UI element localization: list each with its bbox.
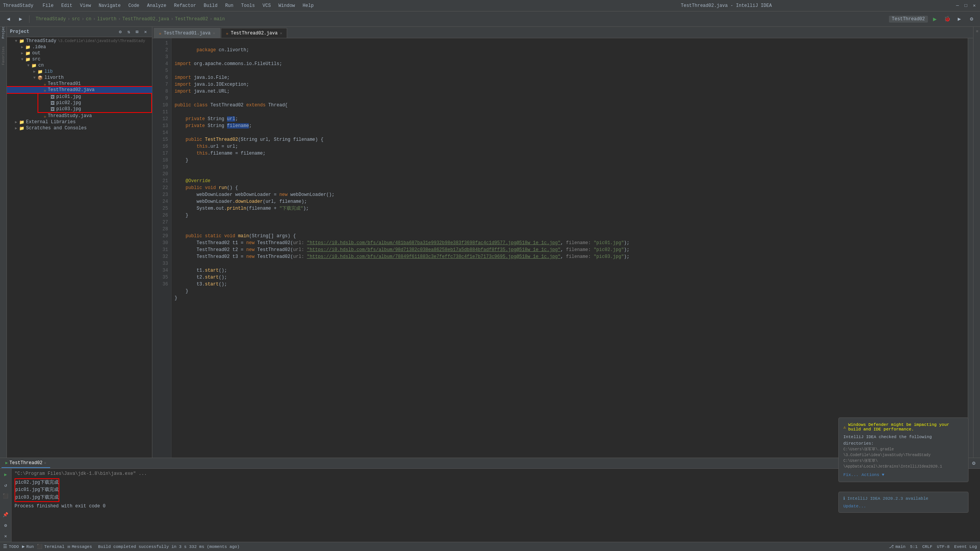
back-button[interactable]: ◀	[3, 14, 14, 24]
java-file-icon-2: ☕	[44, 88, 46, 93]
todo-item[interactable]: ☰ TODO	[3, 544, 19, 549]
tree-item-idea[interactable]: ▶ 📁 .idea	[7, 44, 152, 50]
menu-help[interactable]: Help	[301, 2, 315, 9]
tree-item-pic02[interactable]: ▶ 🖼 pic02.jpg	[38, 100, 151, 106]
tree-label-out: out	[32, 51, 41, 56]
console-run-btn[interactable]: ▶	[2, 470, 10, 479]
project-sort-btn[interactable]: ⇅	[125, 28, 132, 35]
tree-item-scratches[interactable]: ▶ 📁 Scratches and Consoles	[7, 125, 152, 131]
console-rerun-btn[interactable]: ↺	[2, 481, 10, 489]
scratches-icon: 📁	[19, 126, 24, 131]
tree-item-external-libs[interactable]: ▶ 📁 External Libraries	[7, 119, 152, 125]
fix-link[interactable]: Fix...	[843, 473, 859, 477]
update-title-text: IntelliJ IDEA 2020.2.3 available	[848, 496, 928, 501]
actions-link[interactable]: Actions ▼	[862, 473, 884, 477]
breadcrumb-cn[interactable]: cn	[86, 16, 91, 22]
notif-actions: Fix... Actions ▼	[843, 473, 964, 477]
tree-label-idea: .idea	[32, 44, 46, 50]
tree-item-cn[interactable]: ▼ 📁 cn	[7, 62, 152, 68]
tree-item-out[interactable]: ▶ 📁 out	[7, 50, 152, 56]
tree-item-pic01[interactable]: ▶ 🖼 pic01.jpg	[38, 94, 151, 100]
update-link[interactable]: Update...	[843, 504, 866, 509]
breadcrumb-method[interactable]: main	[214, 16, 225, 22]
toolbar-settings[interactable]: ⚙	[966, 14, 977, 24]
tree-item-testthread02[interactable]: ▶ ☕ TestThread02.java	[7, 87, 152, 93]
tab-testthread01[interactable]: ☕ TestThread01.java ✕	[154, 28, 220, 38]
breadcrumb-livorth[interactable]: livorth	[97, 16, 116, 22]
coverage-button[interactable]: ▶	[954, 14, 965, 24]
cursor-position: 5:1	[910, 544, 918, 549]
close-button[interactable]: ✕	[972, 3, 977, 8]
console-line-3: pic01.jpg下载完成	[15, 486, 59, 494]
tab-java-icon-2: ☕	[226, 31, 229, 36]
console-line-1: "C:\Program Files\Java\jdk-1.8\bin\java.…	[15, 470, 977, 478]
console-settings-icon[interactable]: ⚙	[2, 521, 10, 530]
console-close-icon[interactable]: ✕	[2, 532, 10, 540]
tree-item-lib[interactable]: ▶ 📁 lib	[7, 68, 152, 75]
menu-edit[interactable]: Edit	[60, 2, 74, 9]
tree-item-threadstady[interactable]: ▼ 📁 ThreadStady \3.CodeFile\idea\javaStu…	[7, 38, 152, 44]
project-settings-btn[interactable]: ⚙	[117, 28, 124, 35]
breadcrumb-class[interactable]: TestThread02	[175, 16, 208, 22]
terminal-icon: ⬛	[37, 544, 42, 549]
build-status: Build completed successfully in 3 s 332 …	[98, 544, 240, 549]
menu-code[interactable]: Code	[127, 2, 141, 9]
git-branch[interactable]: ⎇ main	[889, 544, 905, 549]
tab-close-2[interactable]: ✕	[280, 31, 282, 36]
project-close-btn[interactable]: ✕	[142, 28, 149, 35]
right-panel-icon[interactable]: ⊞	[974, 28, 980, 34]
console-settings-btn[interactable]: ⚙	[969, 460, 978, 466]
editor-scrollbar[interactable]	[968, 38, 973, 458]
tree-label-pic03: pic03.jpg	[56, 106, 81, 112]
breadcrumb-app[interactable]: ThreadStady	[36, 16, 66, 22]
messages-item[interactable]: ✉ Messages	[67, 544, 92, 549]
tree-item-livorth[interactable]: ▼ 📦 livorth	[7, 75, 152, 81]
menu-view[interactable]: View	[78, 2, 93, 9]
project-icon[interactable]: Project	[0, 28, 7, 34]
menu-file[interactable]: File	[41, 2, 55, 9]
notif-title: ⚠ Windows Defender might be impacting yo…	[843, 422, 964, 432]
run-tab-close[interactable]: ✕	[44, 461, 46, 465]
code-content[interactable]: package cn.livorth; import org.apache.co…	[172, 38, 968, 458]
notif-body: IntelliJ IDEA checked the following dire…	[843, 434, 964, 469]
breadcrumb-src[interactable]: src	[72, 16, 80, 22]
menu-analyze[interactable]: Analyze	[145, 2, 168, 9]
run-item[interactable]: ▶ Run	[22, 544, 34, 549]
terminal-item[interactable]: ⬛ Terminal	[37, 544, 64, 549]
git-branch-label: main	[895, 544, 905, 549]
tree-path: \3.CodeFile\idea\javaStudy\ThreadStady	[58, 39, 145, 43]
favorites-icon[interactable]: Favorites	[0, 53, 7, 59]
menu-tools[interactable]: Tools	[240, 2, 256, 9]
run-config-name[interactable]: TestThread02	[889, 16, 928, 23]
menu-build[interactable]: Build	[202, 2, 219, 9]
forward-button[interactable]: ▶	[15, 14, 26, 24]
menu-run[interactable]: Run	[224, 2, 235, 9]
tab-close-1[interactable]: ✕	[213, 31, 215, 36]
todo-label: TODO	[9, 544, 19, 549]
notif-path-4: \AppData\Local\JetBrains\IntelliJIdea202…	[843, 464, 964, 469]
run-button[interactable]: ▶	[929, 14, 940, 24]
console-stop-btn[interactable]: ⬛	[2, 492, 10, 500]
run-tab[interactable]: ▶ TestThread02 ✕	[2, 459, 50, 468]
menu-window[interactable]: Window	[277, 2, 296, 9]
menu-navigate[interactable]: Navigate	[97, 2, 122, 9]
tree-item-pic03[interactable]: ▶ 🖼 pic03.jpg	[38, 106, 151, 112]
build-msg: Build completed successfully in 3 s 332 …	[98, 544, 240, 549]
debug-button[interactable]: 🐞	[942, 14, 952, 24]
git-icon: ⎇	[889, 544, 894, 549]
project-expand-btn[interactable]: ⊞	[134, 28, 140, 35]
tab-testthread02[interactable]: ☕ TestThread02.java ✕	[221, 28, 287, 38]
messages-label: Messages	[72, 544, 92, 549]
event-log[interactable]: Event Log	[954, 544, 977, 549]
tree-item-testthread01[interactable]: ▶ ☕ TestThread01	[7, 81, 152, 87]
run-tab-icon: ▶	[5, 460, 8, 465]
menu-refactor[interactable]: Refactor	[173, 2, 198, 9]
maximize-button[interactable]: □	[963, 3, 969, 8]
console-pin-btn[interactable]: 📌	[2, 510, 10, 519]
console-content: ▶ ↺ ⬛ 📌 ⚙ ✕ "C:\Program Files\Java\jdk-1…	[0, 469, 980, 542]
menu-vcs[interactable]: VCS	[261, 2, 273, 9]
breadcrumb-file[interactable]: TestThread02.java	[122, 16, 169, 22]
minimize-button[interactable]: —	[955, 3, 960, 8]
tree-item-threadstudy[interactable]: ▶ ☕ ThreadStudy.java	[7, 113, 152, 119]
tree-item-src[interactable]: ▼ 📁 src	[7, 56, 152, 62]
